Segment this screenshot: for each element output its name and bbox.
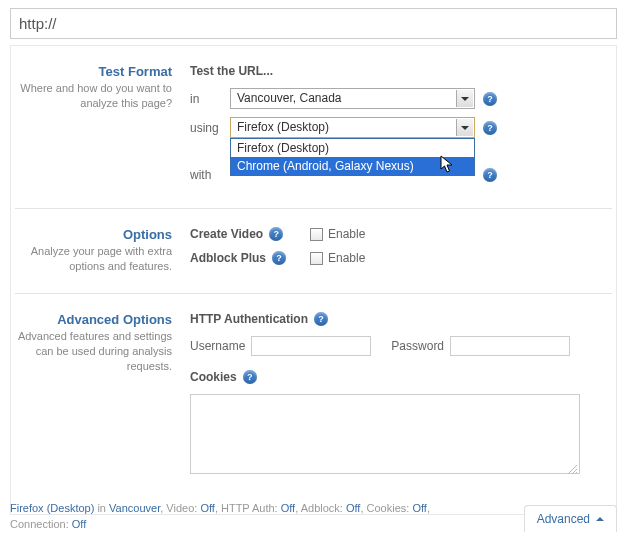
location-select[interactable]: Vancouver, Canada: [230, 88, 475, 109]
test-format-desc: Where and how do you want to analyze thi…: [15, 81, 172, 111]
using-label: using: [190, 121, 230, 135]
create-video-checkbox[interactable]: [310, 228, 323, 241]
cookies-textarea[interactable]: [190, 394, 580, 474]
options-section: Options Analyze your page with extra opt…: [15, 209, 612, 293]
svg-line-2: [575, 472, 577, 474]
help-icon[interactable]: ?: [483, 121, 497, 135]
username-label: Username: [190, 339, 245, 353]
cursor-icon: [440, 155, 456, 175]
test-url-heading: Test the URL...: [190, 64, 612, 78]
test-format-section: Test Format Where and how do you want to…: [15, 46, 612, 208]
advanced-section: Advanced Options Advanced features and s…: [15, 294, 612, 495]
advanced-button-label: Advanced: [537, 512, 590, 526]
create-video-label: Create Video ?: [190, 227, 290, 241]
password-label: Password: [391, 339, 444, 353]
status-summary: Firefox (Desktop) in Vancouver, Video: O…: [10, 501, 430, 532]
help-icon[interactable]: ?: [243, 370, 257, 384]
enable-label: Enable: [328, 227, 365, 241]
resize-handle-icon[interactable]: [566, 463, 578, 475]
chevron-down-icon: [456, 90, 473, 107]
footer: Firefox (Desktop) in Vancouver, Video: O…: [10, 501, 617, 532]
test-format-title: Test Format: [15, 64, 172, 79]
browser-option-chrome-android[interactable]: Chrome (Android, Galaxy Nexus): [231, 157, 474, 175]
password-input[interactable]: [450, 336, 570, 356]
settings-panel: Test Format Where and how do you want to…: [10, 45, 617, 515]
enable-label: Enable: [328, 251, 365, 265]
browser-selected-value: Firefox (Desktop): [237, 120, 329, 134]
username-input[interactable]: [251, 336, 371, 356]
options-desc: Analyze your page with extra options and…: [15, 244, 172, 274]
help-icon[interactable]: ?: [269, 227, 283, 241]
help-icon[interactable]: ?: [272, 251, 286, 265]
help-icon[interactable]: ?: [483, 92, 497, 106]
adblock-label: Adblock Plus ?: [190, 251, 290, 265]
url-input[interactable]: [10, 8, 617, 39]
cookies-label: Cookies ?: [190, 370, 612, 384]
triangle-up-icon: [596, 517, 604, 521]
help-icon[interactable]: ?: [483, 168, 497, 182]
options-title: Options: [15, 227, 172, 242]
adblock-checkbox[interactable]: [310, 252, 323, 265]
help-icon[interactable]: ?: [314, 312, 328, 326]
http-auth-label: HTTP Authentication ?: [190, 312, 612, 326]
with-label: with: [190, 168, 230, 182]
location-selected-value: Vancouver, Canada: [237, 91, 342, 105]
browser-dropdown[interactable]: Firefox (Desktop) Chrome (Android, Galax…: [230, 138, 475, 176]
browser-select[interactable]: Firefox (Desktop): [230, 117, 475, 138]
advanced-title: Advanced Options: [15, 312, 172, 327]
advanced-toggle-button[interactable]: Advanced: [524, 505, 617, 532]
advanced-desc: Advanced features and settings can be us…: [15, 329, 172, 374]
in-label: in: [190, 92, 230, 106]
browser-option-firefox[interactable]: Firefox (Desktop): [231, 139, 474, 157]
chevron-down-icon: [456, 119, 473, 136]
